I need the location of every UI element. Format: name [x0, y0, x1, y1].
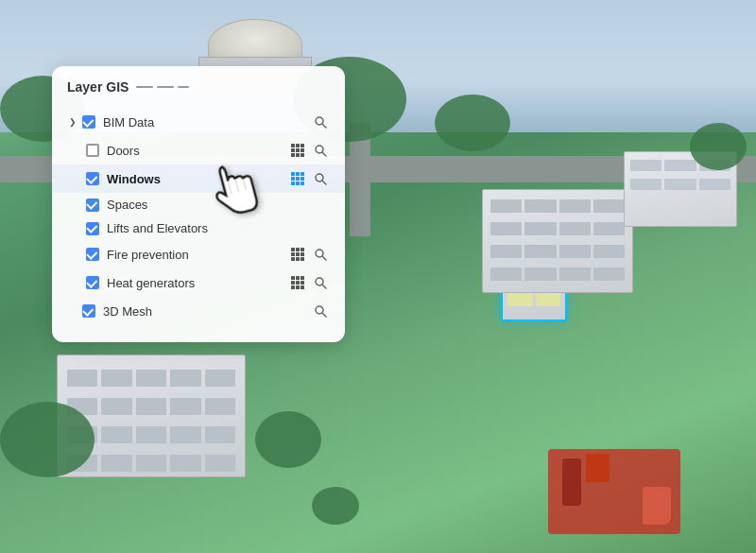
svg-point-6	[316, 250, 323, 257]
svg-line-11	[323, 314, 327, 318]
layer-label-fire: Fire prevention	[107, 248, 288, 262]
checkbox-mesh[interactable]	[82, 304, 95, 318]
magnify-icon-fire[interactable]	[311, 245, 330, 264]
magnify-icon-windows[interactable]	[311, 169, 330, 188]
magnify-icon-mesh[interactable]	[311, 302, 330, 320]
layer-label-doors: Doors	[107, 144, 288, 158]
layer-item-mesh[interactable]: 3D Mesh	[52, 297, 345, 325]
svg-line-5	[323, 181, 327, 185]
layer-label-spaces: Spaces	[107, 198, 330, 212]
magnify-icon-heat[interactable]	[311, 273, 330, 292]
svg-line-3	[323, 153, 327, 157]
checkbox-windows[interactable]	[86, 172, 99, 185]
dash-2	[157, 86, 174, 88]
dash-1	[136, 86, 153, 88]
panel-header: Layer GIS	[52, 79, 345, 104]
checkbox-heat[interactable]	[86, 276, 99, 289]
layer-item-bim-data[interactable]: ❯ BIM Data	[52, 108, 345, 136]
trees-bottom-2	[312, 487, 359, 525]
layer-item-heat[interactable]: Heat generators	[52, 268, 345, 297]
layer-panel: Layer GIS ❯ BIM Data Do	[52, 66, 345, 342]
checkbox-spaces[interactable]	[86, 199, 99, 212]
dash-3	[178, 86, 189, 88]
trees-bottom-center	[255, 411, 321, 468]
layer-icons-windows	[288, 169, 330, 188]
layer-item-lifts[interactable]: Lifts and Elevators	[52, 216, 345, 240]
panel-title: Layer GIS	[67, 79, 129, 95]
layer-item-windows[interactable]: Windows	[52, 164, 345, 193]
playground	[548, 449, 680, 534]
trees-right-1	[435, 95, 510, 151]
layer-label-windows: Windows	[107, 172, 288, 186]
layer-label-mesh: 3D Mesh	[103, 304, 311, 319]
checkbox-doors[interactable]	[86, 144, 99, 157]
svg-point-4	[316, 174, 323, 181]
layer-item-spaces[interactable]: Spaces	[52, 193, 345, 216]
svg-point-8	[316, 278, 323, 285]
layer-label-heat: Heat generators	[107, 276, 288, 290]
layer-item-doors[interactable]: Doors	[52, 136, 345, 164]
layer-icons-fire	[288, 245, 330, 264]
svg-point-0	[316, 117, 323, 125]
magnify-icon-doors[interactable]	[311, 141, 330, 160]
magnify-icon-bim-data[interactable]	[311, 112, 330, 131]
layer-icons-doors	[288, 141, 330, 160]
checkbox-fire[interactable]	[86, 248, 99, 261]
layer-icons-mesh	[311, 302, 330, 320]
layer-item-fire[interactable]: Fire prevention	[52, 240, 345, 268]
grid-icon-fire[interactable]	[288, 245, 307, 264]
svg-line-9	[323, 285, 327, 289]
layer-icons-bim-data	[311, 112, 330, 131]
layer-icons-heat	[288, 273, 330, 292]
chevron-icon: ❯	[67, 116, 78, 128]
layer-label-bim-data: BIM Data	[103, 115, 311, 130]
grid-icon-heat[interactable]	[288, 273, 307, 292]
svg-point-10	[316, 306, 323, 314]
checkbox-bim-data[interactable]	[82, 115, 95, 129]
trees-bottom-left	[0, 402, 94, 477]
checkbox-lifts[interactable]	[86, 222, 99, 235]
svg-line-1	[323, 125, 327, 129]
svg-point-2	[316, 146, 323, 153]
svg-line-7	[323, 257, 327, 261]
grid-icon-doors[interactable]	[288, 141, 307, 160]
playground-slide	[643, 487, 671, 525]
building-right	[482, 189, 633, 293]
grid-icon-windows[interactable]	[288, 169, 307, 188]
trees-far-right	[690, 123, 747, 170]
layer-list: ❯ BIM Data Doors	[52, 104, 345, 329]
panel-controls	[136, 86, 189, 88]
layer-label-lifts: Lifts and Elevators	[107, 221, 330, 235]
